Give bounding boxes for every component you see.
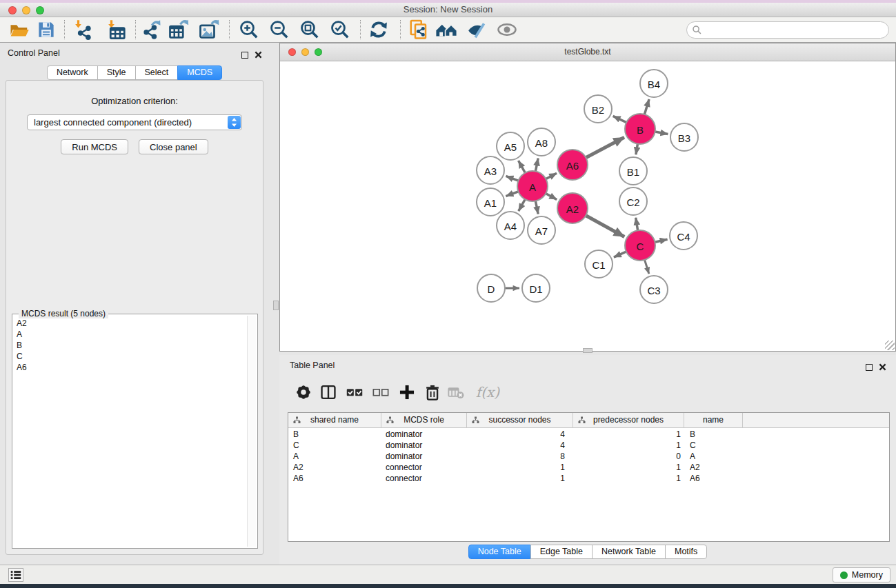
table-row[interactable]: Cdominator41C <box>288 440 889 451</box>
mcds-result-item[interactable]: A6 <box>14 362 246 373</box>
graphics-details-button[interactable] <box>466 19 487 40</box>
graph-node-A5[interactable]: A5 <box>497 132 524 160</box>
graph-node-A4[interactable]: A4 <box>497 212 524 239</box>
table-settings-button[interactable] <box>295 383 312 401</box>
column-selector-button[interactable] <box>319 383 337 401</box>
table-row[interactable]: A2connector11A2 <box>288 462 889 473</box>
graph-node-B3[interactable]: B3 <box>670 123 698 151</box>
mcds-result-item[interactable]: A2 <box>14 318 246 329</box>
graph-node-C[interactable]: C <box>625 230 655 261</box>
graph-node-C1[interactable]: C1 <box>585 250 613 278</box>
table-cell[interactable]: 1 <box>467 462 573 473</box>
table-cell[interactable]: 1 <box>573 429 684 440</box>
node-table[interactable]: shared nameMCDS rolesuccessor nodesprede… <box>288 412 890 542</box>
table-cell[interactable]: 1 <box>467 473 573 484</box>
search-input[interactable] <box>705 26 888 35</box>
splitter-grip-bottom[interactable] <box>583 348 593 353</box>
graph-node-C4[interactable]: C4 <box>670 222 697 250</box>
close-panel-icon[interactable] <box>255 49 262 61</box>
task-history-button[interactable] <box>8 568 23 582</box>
delete-column-button[interactable] <box>424 383 441 401</box>
graph-node-D1[interactable]: D1 <box>522 274 550 302</box>
tab-network-table[interactable]: Network Table <box>592 545 666 559</box>
import-table-button[interactable] <box>106 19 127 40</box>
mcds-result-scrollbar[interactable] <box>247 316 256 547</box>
table-cell[interactable]: A6 <box>684 473 743 484</box>
float-panel-icon[interactable] <box>241 52 248 59</box>
table-cell[interactable]: 1 <box>573 462 684 473</box>
apply-layout-button[interactable] <box>368 19 389 40</box>
close-panel-button[interactable]: Close panel <box>139 139 208 154</box>
export-image-button[interactable] <box>199 19 219 40</box>
deselect-all-button[interactable] <box>372 383 390 401</box>
table-cell[interactable]: A <box>684 451 743 462</box>
table-cell[interactable]: A6 <box>288 473 381 484</box>
zoom-window-button[interactable] <box>36 6 44 14</box>
run-mcds-button[interactable]: Run MCDS <box>61 139 128 154</box>
table-cell[interactable]: connector <box>381 473 467 484</box>
zoom-selected-button[interactable] <box>330 19 350 40</box>
table-cell[interactable]: 1 <box>573 440 684 451</box>
table-cell[interactable]: 1 <box>573 473 684 484</box>
import-network-button[interactable] <box>73 19 94 40</box>
table-cell[interactable]: 4 <box>467 429 573 440</box>
network-zoom-button[interactable] <box>315 48 322 56</box>
table-row[interactable]: A6connector11A6 <box>288 473 889 484</box>
home-button[interactable] <box>435 19 459 40</box>
table-cell[interactable]: dominator <box>381 451 467 462</box>
tab-edge-table[interactable]: Edge Table <box>530 545 593 559</box>
table-cell[interactable]: dominator <box>381 440 467 451</box>
graph-node-A2[interactable]: A2 <box>557 193 588 223</box>
optimization-criterion-dropdown[interactable]: largest connected component (directed) <box>27 114 242 130</box>
zoom-in-button[interactable] <box>239 19 259 40</box>
table-cell[interactable]: C <box>288 440 381 451</box>
graph-node-C2[interactable]: C2 <box>619 187 647 215</box>
network-close-button[interactable] <box>288 48 296 56</box>
save-session-button[interactable] <box>36 19 57 40</box>
table-row[interactable]: Bdominator41B <box>288 429 889 440</box>
graph-node-A1[interactable]: A1 <box>477 188 504 216</box>
graph-node-A3[interactable]: A3 <box>477 156 504 184</box>
table-cell[interactable]: B <box>684 429 743 440</box>
open-session-button[interactable] <box>9 19 30 40</box>
clone-network-button[interactable] <box>408 19 429 40</box>
table-cell[interactable]: 0 <box>573 451 684 462</box>
show-hide-details-button[interactable] <box>497 19 517 40</box>
graph-node-A8[interactable]: A8 <box>528 128 555 156</box>
tab-motifs[interactable]: Motifs <box>665 545 707 559</box>
table-cell[interactable]: connector <box>381 462 467 473</box>
table-cell[interactable]: 8 <box>467 451 573 462</box>
table-row[interactable]: Adominator80A <box>288 451 889 462</box>
add-column-button[interactable] <box>398 383 416 401</box>
export-table-button[interactable] <box>168 19 189 40</box>
graph-node-B1[interactable]: B1 <box>619 157 647 185</box>
tab-select[interactable]: Select <box>135 65 179 80</box>
mcds-result-list[interactable]: A2ABCA6 <box>14 316 246 547</box>
close-panel-icon[interactable] <box>879 361 886 374</box>
tab-style[interactable]: Style <box>97 65 136 80</box>
zoom-fit-button[interactable] <box>299 19 320 40</box>
mcds-result-item[interactable]: A <box>14 329 246 340</box>
memory-button[interactable]: Memory <box>833 567 890 582</box>
splitter-grip-left[interactable] <box>273 301 279 310</box>
mcds-result-item[interactable]: B <box>14 340 246 351</box>
network-canvas[interactable]: B4B2BB3A8A5A6A3B1AA1C2A2A4A7C4CC1DD1C3 <box>281 61 895 350</box>
graph-node-B4[interactable]: B4 <box>640 70 668 97</box>
resize-grip-icon[interactable] <box>885 341 895 350</box>
zoom-out-button[interactable] <box>269 19 290 40</box>
tab-node-table[interactable]: Node Table <box>468 545 531 559</box>
table-cell[interactable]: A2 <box>684 462 743 473</box>
table-cell[interactable]: B <box>288 429 381 440</box>
export-network-button[interactable] <box>141 19 161 40</box>
close-window-button[interactable] <box>8 6 17 14</box>
float-panel-icon[interactable] <box>866 364 873 371</box>
graph-node-C3[interactable]: C3 <box>640 276 668 303</box>
table-cell[interactable]: 4 <box>467 440 573 451</box>
minimize-window-button[interactable] <box>22 6 30 14</box>
column-header-predecessor-nodes[interactable]: predecessor nodes <box>573 413 684 428</box>
tab-network[interactable]: Network <box>47 65 98 80</box>
tab-mcds[interactable]: MCDS <box>177 65 222 80</box>
column-header-successor-nodes[interactable]: successor nodes <box>467 413 573 428</box>
graph-node-D[interactable]: D <box>477 274 505 302</box>
mcds-result-item[interactable]: C <box>14 351 246 362</box>
